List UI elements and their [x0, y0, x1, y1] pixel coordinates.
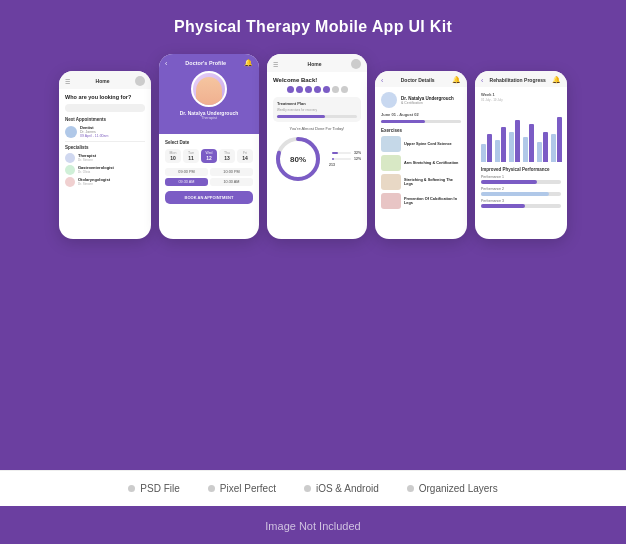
- p1-spec-1: Therapist Dr. Simone: [65, 153, 145, 163]
- p2-time-2[interactable]: 10:00 PM: [210, 168, 253, 176]
- p4-title: Doctor Details: [401, 77, 435, 83]
- p3-stat-2: 12%: [329, 157, 361, 161]
- p1-divider: [65, 141, 145, 142]
- p4-bell-icon[interactable]: 🔔: [452, 76, 461, 84]
- p4-ex-name-1: Upper Spine Cord Science: [404, 142, 452, 146]
- features-bar: PSD File Pixel Perfect iOS & Android Org…: [0, 470, 626, 506]
- p4-doc-name: Dr. Natalya Undergrouch: [401, 96, 454, 101]
- phone-2: ‹ Doctor's Profile 🔔 Dr. Natalya Undergr…: [159, 54, 259, 239]
- p3-stat-val-3: 213: [329, 163, 335, 167]
- p5-bar-5b: [543, 132, 548, 162]
- feature-psd: PSD File: [128, 483, 179, 494]
- p1-section-appointments: Next Appointments: [65, 117, 145, 122]
- p3-percent: 80%: [290, 155, 306, 164]
- hamburger-icon: ☰: [65, 78, 70, 85]
- p3-avatar: [351, 59, 361, 69]
- p2-bell-icon[interactable]: 🔔: [244, 59, 253, 67]
- p3-stat-3: 213: [329, 163, 361, 167]
- p5-header: ‹ Rehabilitation Progress 🔔: [475, 71, 567, 87]
- feature-label-organized: Organized Layers: [419, 483, 498, 494]
- p3-day-2: [296, 86, 303, 93]
- p4-doc-row: Dr. Natalya Undergrouch & Certification: [381, 92, 461, 108]
- p3-done-label: You're Almost Done For Today!: [273, 126, 361, 131]
- feature-organized: Organized Layers: [407, 483, 498, 494]
- p1-looking: Who are you looking for?: [65, 94, 145, 100]
- p5-bar-2b: [501, 127, 506, 162]
- p3-welcome: Welcome Back!: [273, 77, 361, 83]
- p4-date-range: June 01 - August 02: [381, 112, 461, 117]
- p1-search-bar[interactable]: [65, 104, 145, 112]
- p3-day-1: [287, 86, 294, 93]
- p1-spec-sub-2: Dr. Olivia: [78, 170, 114, 174]
- p1-section-specialists: Specialists: [65, 145, 145, 150]
- p2-date-5[interactable]: Fri14: [237, 149, 253, 163]
- p3-days-row: [273, 86, 361, 93]
- feature-ios: iOS & Android: [304, 483, 379, 494]
- p5-date-small: 01 July - 19 July: [481, 98, 561, 102]
- p4-ex-info-2: Arm Stretching & Certification: [404, 161, 458, 165]
- p2-doc-circle: [191, 71, 227, 107]
- p4-doc-spec: & Certification: [401, 101, 454, 105]
- p4-ex-thumb-1: [381, 136, 401, 152]
- p4-ex-info-1: Upper Spine Cord Science: [404, 142, 452, 146]
- p4-body: Dr. Natalya Undergrouch & Certification …: [375, 87, 467, 239]
- p2-body: Select Date Mon10 Tue11 Wed12 Thu13 Fri1…: [159, 134, 259, 210]
- p1-spec-avatar-3: [65, 177, 75, 187]
- p3-treatment-text: Weekly exercises for recovery: [277, 108, 357, 112]
- p2-title: Doctor's Profile: [185, 60, 226, 66]
- phones-row: ☰ Home Who are you looking for? Next App…: [59, 54, 567, 239]
- p2-header: ‹ Doctor's Profile 🔔 Dr. Natalya Undergr…: [159, 54, 259, 134]
- p5-bar-group-4: [523, 124, 534, 162]
- p5-perf-fill-1: [481, 180, 537, 184]
- p4-ex-thumb-4: [381, 193, 401, 209]
- p4-ex-thumb-2: [381, 155, 401, 171]
- p2-date-2[interactable]: Tue11: [183, 149, 199, 163]
- feature-label-ios: iOS & Android: [316, 483, 379, 494]
- p2-date-3-active[interactable]: Wed12: [201, 149, 217, 163]
- footer-text: Image Not Included: [265, 520, 360, 532]
- p5-improved: Improved Physical Performance: [481, 167, 561, 172]
- p5-perf-bar-2: [481, 192, 561, 196]
- p5-bell-icon[interactable]: 🔔: [552, 76, 561, 84]
- feature-dot-pixel: [208, 485, 215, 492]
- p4-ex-name-2: Arm Stretching & Certification: [404, 161, 458, 165]
- p5-bar-4b: [529, 124, 534, 162]
- p5-bar-group-1: [481, 134, 492, 162]
- p5-perf-fill-3: [481, 204, 525, 208]
- p4-exercises-title: Exercises: [381, 128, 461, 133]
- p1-body: Who are you looking for? Next Appointmen…: [59, 89, 151, 239]
- footer: Image Not Included: [0, 506, 626, 544]
- p4-back-icon[interactable]: ‹: [381, 77, 383, 84]
- p3-hamburger-icon: ☰: [273, 61, 278, 68]
- p4-header: ‹ Doctor Details 🔔: [375, 71, 467, 87]
- p2-date-1[interactable]: Mon10: [165, 149, 181, 163]
- p5-bar-1a: [481, 144, 486, 162]
- p5-back-icon[interactable]: ‹: [481, 77, 483, 84]
- p2-time-1[interactable]: 09:00 PM: [165, 168, 208, 176]
- p5-title: Rehabilitation Progress: [490, 77, 546, 83]
- p5-bar-3a: [509, 132, 514, 162]
- p3-stat-fill-1: [332, 152, 338, 154]
- p5-perf-label-3: Performance 3: [481, 199, 561, 203]
- p4-progress-fill: [381, 120, 425, 123]
- p1-spec-3: Otolaryngologist Dr. Simone: [65, 177, 145, 187]
- p3-progress-section: 80% 32% 12% 213: [273, 134, 361, 184]
- p5-bar-group-5: [537, 132, 548, 162]
- p2-date-4[interactable]: Thu13: [219, 149, 235, 163]
- p2-back-icon[interactable]: ‹: [165, 60, 167, 67]
- p3-day-6: [332, 86, 339, 93]
- p5-bar-5a: [537, 142, 542, 162]
- p2-time-3-selected[interactable]: 09:30 AM: [165, 178, 208, 186]
- p4-doc-avatar: [381, 92, 397, 108]
- p3-stat-bar-2: [332, 158, 351, 160]
- p5-bar-group-3: [509, 120, 520, 162]
- p2-dates: Mon10 Tue11 Wed12 Thu13 Fri14: [165, 149, 253, 163]
- feature-dot-ios: [304, 485, 311, 492]
- p3-day-7: [341, 86, 348, 93]
- p2-time-4[interactable]: 10:30 AM: [210, 178, 253, 186]
- p2-book-button[interactable]: BOOK AN APPOINTMENT: [165, 191, 253, 204]
- p3-stat-fill-2: [332, 158, 334, 160]
- p4-doc-details: Dr. Natalya Undergrouch & Certification: [401, 96, 454, 105]
- phone-5: ‹ Rehabilitation Progress 🔔 Week 1 01 Ju…: [475, 71, 567, 239]
- p1-doc-time-1: 09 April - 11:00am: [80, 134, 145, 138]
